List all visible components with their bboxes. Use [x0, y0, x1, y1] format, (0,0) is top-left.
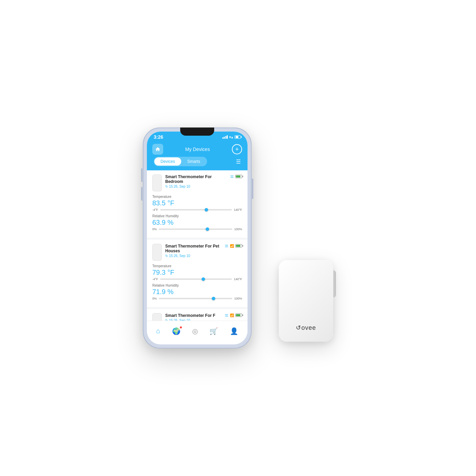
temp-max-2: 140°F [234, 277, 242, 281]
device-header-2: Smart Thermometer For Pet Houses ↻ 15:26… [152, 244, 242, 261]
device-name-3: Smart Thermometer For F [165, 313, 221, 318]
temperature-label-2: Temperature [152, 264, 242, 268]
device-list: Smart Thermometer For Bedroom ↻ 15:26, S… [147, 170, 248, 325]
sync-icon-1: ↻ [165, 185, 168, 188]
temp-track-1[interactable] [160, 209, 232, 210]
hum-thumb-2[interactable] [212, 297, 215, 300]
device-thumbnail-2 [152, 244, 162, 261]
temperature-row-1: Temperature 83.5 °F -4°F 140°F [152, 195, 242, 211]
device-sync-2: ↻ 15:26, Sep 10 [165, 254, 221, 258]
add-device-button[interactable]: + [232, 144, 242, 154]
bluetooth-icon-2: ⯴ [225, 244, 228, 248]
hum-track-1[interactable] [159, 228, 232, 230]
govee-device-side [333, 270, 336, 298]
wifi-status-2: 📶 [230, 244, 234, 248]
status-icons: ▾▴ [222, 135, 241, 139]
home-icon [155, 147, 160, 152]
nav-discover[interactable]: ◎ [192, 327, 198, 335]
govee-logo: ↺ovee [296, 324, 316, 332]
scene: 3:26 ▾▴ My Devices [143, 128, 333, 348]
app-header: My Devices + Devices Smarts ☰ [147, 142, 248, 170]
battery-status-1 [235, 175, 242, 178]
status-time: 3:26 [154, 134, 163, 140]
cart-nav-icon: 🛒 [209, 327, 218, 335]
sync-icon-2: ↻ [165, 254, 168, 258]
tabs-container: Devices Smarts [154, 157, 207, 166]
device-name-2: Smart Thermometer For Pet Houses [165, 244, 221, 253]
device-info-1: Smart Thermometer For Bedroom ↻ 15:26, S… [165, 174, 227, 188]
humidity-row-2: Relative Humidity 71.9 % 0% 100% [152, 284, 242, 300]
battery-status-3 [235, 313, 242, 317]
compass-nav-icon: ◎ [192, 327, 198, 335]
device-card-bedroom[interactable]: Smart Thermometer For Bedroom ↻ 15:26, S… [147, 170, 248, 240]
humidity-label-1: Relative Humidity [152, 214, 242, 218]
device-status-icons-1: ⯴ [230, 174, 242, 178]
globe-nav-icon: 🌍 [172, 327, 181, 335]
bluetooth-icon-1: ⯴ [230, 174, 234, 178]
phone-screen: 3:26 ▾▴ My Devices [147, 132, 248, 344]
govee-physical-device: ↺ovee [279, 260, 333, 342]
hum-track-2[interactable] [159, 298, 232, 299]
device-sync-1: ↻ 15:26, Sep 10 [165, 185, 227, 188]
nav-home[interactable]: ⌂ [156, 327, 160, 335]
menu-icon[interactable]: ☰ [236, 158, 241, 165]
notch [180, 128, 214, 136]
hum-min-1: 0% [152, 227, 157, 231]
home-nav-icon: ⌂ [156, 327, 160, 335]
temperature-slider-2[interactable]: -4°F 140°F [152, 277, 242, 281]
device-thumbnail-1 [152, 174, 162, 191]
nav-shop[interactable]: 🛒 [209, 327, 218, 335]
bottom-nav: ⌂ 🌍 ◎ 🛒 👤 [147, 321, 248, 344]
humidity-row-1: Relative Humidity 63.9 % 0% 100% [152, 214, 242, 231]
temperature-value-1: 83.5 °F [152, 199, 242, 207]
device-info-2: Smart Thermometer For Pet Houses ↻ 15:26… [165, 244, 221, 258]
temperature-row-2: Temperature 79.3 °F -4°F 140°F [152, 264, 242, 281]
hum-max-1: 100% [234, 227, 242, 231]
home-icon-button[interactable] [152, 144, 163, 155]
tabs-row: Devices Smarts ☰ [152, 157, 242, 166]
temperature-label-1: Temperature [152, 195, 242, 199]
battery-status-2 [235, 244, 242, 248]
hum-thumb-1[interactable] [206, 227, 209, 231]
device-name-1: Smart Thermometer For Bedroom [165, 174, 227, 184]
humidity-label-2: Relative Humidity [152, 284, 242, 287]
wifi-icon: ▾▴ [229, 135, 233, 139]
bluetooth-icon-3: ⯴ [225, 313, 228, 317]
person-nav-icon: 👤 [230, 327, 238, 335]
humidity-value-2: 71.9 % [152, 288, 242, 296]
device-status-icons-2: ⯴ 📶 [225, 244, 242, 248]
header-title: My Devices [185, 147, 210, 152]
device-header-1: Smart Thermometer For Bedroom ↻ 15:26, S… [152, 174, 242, 191]
temp-min-1: -4°F [152, 208, 158, 211]
tab-devices[interactable]: Devices [154, 157, 181, 166]
nav-profile[interactable]: 👤 [230, 327, 238, 335]
device-status-icons-3: ⯴ 📶 [225, 313, 242, 317]
temp-thumb-2[interactable] [202, 277, 205, 281]
temp-track-2[interactable] [160, 278, 232, 280]
humidity-slider-2[interactable]: 0% 100% [152, 297, 242, 300]
tab-smarts[interactable]: Smarts [181, 157, 206, 166]
humidity-value-1: 63.9 % [152, 219, 242, 226]
temp-max-1: 140°F [234, 208, 242, 211]
phone: 3:26 ▾▴ My Devices [143, 128, 252, 348]
humidity-slider-1[interactable]: 0% 100% [152, 227, 242, 231]
wifi-status-3: 📶 [230, 313, 234, 317]
nav-explore[interactable]: 🌍 [172, 327, 181, 335]
temp-min-2: -4°F [152, 277, 158, 281]
temperature-value-2: 79.3 °F [152, 269, 242, 276]
signal-bars-icon [222, 135, 228, 139]
govee-logo-text: ↺ovee [296, 324, 316, 331]
hum-max-2: 100% [234, 297, 242, 300]
header-row: My Devices + [152, 144, 242, 155]
temperature-slider-1[interactable]: -4°F 140°F [152, 208, 242, 211]
notification-dot [180, 326, 182, 328]
hum-min-2: 0% [152, 297, 157, 300]
device-card-pet[interactable]: Smart Thermometer For Pet Houses ↻ 15:26… [147, 240, 248, 309]
temp-thumb-1[interactable] [205, 208, 208, 211]
battery-icon [235, 135, 241, 139]
